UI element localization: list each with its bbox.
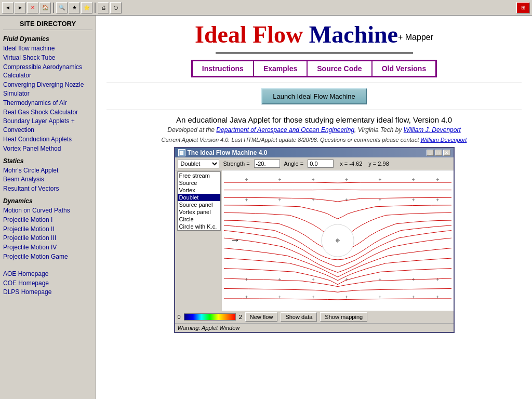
title-ideal: Ideal Flow (195, 21, 309, 48)
show-data-button[interactable]: Show data (281, 312, 317, 322)
sidebar-item-mohrs[interactable]: Mohr's Circle Applet (3, 166, 92, 175)
colorbar (184, 313, 236, 321)
svg-text:+: + (436, 197, 438, 203)
dynamics-section: Dynamics (3, 197, 92, 205)
sidebar-item-real-gas[interactable]: Real Gas Shock Calculator (3, 108, 92, 117)
applet-main-area: Free stream Source Vortex Doublet Source… (175, 170, 454, 311)
version-info: Current Applet Version 4.0. Last HTML/Ap… (107, 137, 522, 143)
strength-input[interactable] (254, 159, 280, 168)
old-versions-button[interactable]: Old Versions (372, 61, 436, 76)
colorbar-min: 0 (178, 314, 181, 320)
sidebar-item-compressible[interactable]: Compressible Aerodynamics Calculator (3, 63, 92, 81)
back-button[interactable]: ◄ (2, 2, 14, 14)
launch-section: Launch Ideal Flow Machine (107, 88, 522, 104)
dropdown-item-circle[interactable]: Circle (178, 216, 220, 223)
sidebar-item-beam[interactable]: Beam Analysis (3, 175, 92, 184)
search-button[interactable]: 🔍 (56, 2, 68, 14)
sidebar-item-nozzle[interactable]: Converging Diverging Nozzle Simulator (3, 81, 92, 98)
dept-link[interactable]: Department of Aerospace and Ocean Engine… (216, 126, 354, 134)
browser-toolbar[interactable]: ◄ ► ✕ 🏠 🔍 ★ ⭐ 🖨 ⭮ ⊞ (0, 0, 532, 16)
applet-wrapper: ▦ The Ideal Flow Machine 4.0 _ □ ✕ Doubl… (174, 147, 455, 333)
stop-button[interactable]: ✕ (27, 2, 38, 14)
windows-button[interactable]: ⊞ (516, 2, 530, 14)
fluid-dynamics-section: Fluid Dynamics (3, 35, 92, 43)
developed-text: Developed at the (167, 126, 216, 134)
sidebar-item-ideal-flow[interactable]: Ideal flow machine (3, 44, 92, 53)
statics-section: Statics (3, 157, 92, 165)
dropdown-list-container: Free stream Source Vortex Doublet Source… (175, 170, 222, 311)
sidebar: SITE DIRECTORY Fluid Dynamics Ideal flow… (0, 16, 96, 399)
print-button[interactable]: 🖨 (98, 2, 109, 14)
sidebar-item-resultant[interactable]: Resultant of Vectors (3, 184, 92, 193)
sidebar-item-dlps[interactable]: DLPS Homepage (3, 288, 92, 297)
dropdown-item-vortex[interactable]: Vortex (178, 187, 220, 194)
dropdown-list[interactable]: Free stream Source Vortex Doublet Source… (177, 171, 221, 231)
svg-text:+: + (345, 177, 348, 182)
minimize-button[interactable]: _ (427, 150, 434, 156)
launch-button[interactable]: Launch Ideal Flow Machine (261, 88, 366, 104)
source-code-button[interactable]: Source Code (307, 61, 371, 76)
streamlines-svg: + + + + + + + + + + + (224, 170, 451, 311)
examples-button[interactable]: Examples (254, 61, 307, 76)
svg-text:+: + (278, 277, 281, 282)
author-link[interactable]: William J. Devenport (404, 126, 461, 134)
dropdown-item-freestream[interactable]: Free stream (178, 172, 220, 179)
svg-text:+: + (245, 197, 247, 203)
applet-toolbar: Doublet Free stream Source Vortex Source… (175, 157, 454, 170)
main-content: Ideal Flow Machine+ Mapper Instructions … (96, 16, 532, 399)
sidebar-item-aoe[interactable]: AOE Homepage (3, 270, 92, 278)
dropdown-item-circle-kc[interactable]: Circle with K.c. (178, 223, 220, 230)
home-button[interactable]: 🏠 (39, 2, 51, 14)
sidebar-item-projectile-4[interactable]: Projectile Motion IV (3, 243, 92, 252)
dropdown-item-source[interactable]: Source (178, 179, 220, 187)
new-flow-button[interactable]: New flow (245, 312, 278, 322)
applet-controls[interactable]: _ □ ✕ (427, 150, 450, 156)
sidebar-item-vortex[interactable]: Vortex Panel Method (3, 144, 92, 153)
angle-input[interactable] (308, 159, 334, 168)
forward-button[interactable]: ► (15, 2, 26, 14)
svg-text:+: + (345, 295, 348, 300)
sidebar-item-heat[interactable]: Heat Conduction Applets (3, 135, 92, 144)
svg-text:+: + (245, 277, 247, 282)
divider-1 (107, 83, 522, 83)
sidebar-title: SITE DIRECTORY (3, 20, 92, 30)
dropdown-item-doublet[interactable]: Doublet (178, 194, 220, 201)
svg-text:+: + (378, 277, 381, 282)
sidebar-item-projectile-game[interactable]: Projectile Motion Game (3, 252, 92, 261)
sidebar-item-projectile-2[interactable]: Projectile Motion II (3, 225, 92, 234)
svg-text:+: + (436, 277, 438, 282)
dropdown-item-vortex-panel[interactable]: Vortex panel (178, 208, 220, 216)
contact-link[interactable]: William Devenport (420, 137, 467, 143)
sidebar-item-thermo[interactable]: Thermodynamics of Air (3, 99, 92, 108)
applet-titlebar-left: ▦ The Ideal Flow Machine 4.0 (178, 149, 268, 156)
show-mapping-button[interactable]: Show mapping (320, 312, 367, 322)
title-machine: Machine (309, 21, 398, 48)
favorites-button[interactable]: ★ (69, 2, 80, 14)
maximize-button[interactable]: □ (435, 150, 442, 156)
sidebar-item-projectile-1[interactable]: Projectile Motion I (3, 216, 92, 224)
dropdown-item-source-panel[interactable]: Source panel (178, 201, 220, 208)
refresh-button[interactable]: ⭮ (110, 2, 122, 14)
history-button[interactable]: ⭐ (81, 2, 92, 14)
sidebar-item-curved-paths[interactable]: Motion on Curved Paths (3, 206, 92, 215)
instructions-button[interactable]: Instructions (192, 61, 254, 76)
applet-bottom: 0 2 New flow Show data Show mapping (175, 311, 454, 323)
sidebar-item-coe[interactable]: COE Homepage (3, 279, 92, 288)
svg-text:+: + (378, 177, 381, 182)
sidebar-item-shock-tube[interactable]: Virtual Shock Tube (3, 54, 92, 62)
description-text: An educational Java Applet for those stu… (107, 115, 522, 124)
svg-text:+: + (412, 177, 415, 182)
sidebar-item-projectile-3[interactable]: Projectile Motion III (3, 234, 92, 243)
svg-text:+: + (436, 177, 438, 182)
applet-icon: ▦ (178, 149, 185, 156)
close-button[interactable]: ✕ (443, 150, 450, 156)
separator-1 (53, 3, 54, 13)
sidebar-item-boundary-layer[interactable]: Boundary Layer Applets + Convection (3, 117, 92, 135)
y-coord: y = 2.98 (368, 161, 389, 167)
element-select[interactable]: Doublet Free stream Source Vortex Source… (178, 159, 219, 168)
title-mapper: + Mapper (398, 33, 433, 42)
svg-text:+: + (312, 177, 314, 182)
nav-buttons: Instructions Examples Source Code Old Ve… (191, 60, 437, 77)
applet-window: ▦ The Ideal Flow Machine 4.0 _ □ ✕ Doubl… (174, 147, 455, 333)
angle-label: Angle = (284, 161, 304, 167)
